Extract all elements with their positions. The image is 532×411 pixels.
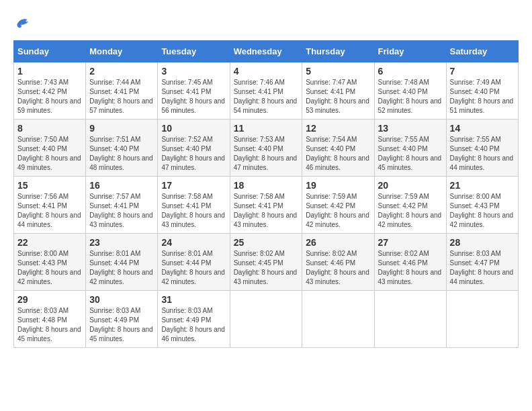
- day-number: 18: [234, 180, 299, 191]
- calendar-cell: 24 Sunrise: 8:01 AM Sunset: 4:44 PM Dayl…: [158, 234, 230, 291]
- calendar-cell: [374, 291, 446, 348]
- day-info: Sunrise: 7:45 AM Sunset: 4:41 PM Dayligh…: [161, 78, 226, 116]
- day-info: Sunrise: 8:00 AM Sunset: 4:43 PM Dayligh…: [450, 192, 515, 230]
- day-number: 20: [378, 180, 443, 191]
- day-number: 1: [17, 66, 82, 77]
- day-info: Sunrise: 7:43 AM Sunset: 4:42 PM Dayligh…: [17, 78, 82, 116]
- calendar-cell: 28 Sunrise: 8:03 AM Sunset: 4:47 PM Dayl…: [446, 234, 518, 291]
- day-number: 17: [161, 180, 226, 191]
- calendar-week-row: 1 Sunrise: 7:43 AM Sunset: 4:42 PM Dayli…: [14, 62, 519, 120]
- day-number: 26: [306, 237, 370, 248]
- calendar-cell: 9 Sunrise: 7:51 AM Sunset: 4:40 PM Dayli…: [86, 120, 158, 177]
- day-info: Sunrise: 8:00 AM Sunset: 4:43 PM Dayligh…: [17, 249, 82, 287]
- calendar-cell: 5 Sunrise: 7:47 AM Sunset: 4:41 PM Dayli…: [302, 62, 374, 120]
- header-thursday: Thursday: [302, 41, 374, 62]
- header-monday: Monday: [86, 41, 158, 62]
- day-number: 27: [378, 237, 443, 248]
- day-number: 8: [17, 123, 82, 134]
- header-tuesday: Tuesday: [158, 41, 230, 62]
- day-number: 12: [306, 123, 370, 134]
- calendar-cell: 18 Sunrise: 7:58 AM Sunset: 4:41 PM Dayl…: [230, 177, 302, 234]
- calendar-table: Sunday Monday Tuesday Wednesday Thursday…: [13, 40, 519, 348]
- calendar-week-row: 22 Sunrise: 8:00 AM Sunset: 4:43 PM Dayl…: [14, 234, 519, 291]
- day-number: 3: [161, 66, 226, 77]
- day-number: 24: [161, 237, 226, 248]
- day-info: Sunrise: 7:55 AM Sunset: 4:40 PM Dayligh…: [378, 135, 443, 173]
- day-number: 31: [161, 294, 226, 305]
- calendar-cell: 1 Sunrise: 7:43 AM Sunset: 4:42 PM Dayli…: [14, 62, 86, 120]
- day-info: Sunrise: 8:01 AM Sunset: 4:44 PM Dayligh…: [89, 249, 154, 287]
- calendar-cell: 25 Sunrise: 8:02 AM Sunset: 4:45 PM Dayl…: [230, 234, 302, 291]
- day-info: Sunrise: 7:51 AM Sunset: 4:40 PM Dayligh…: [89, 135, 154, 173]
- day-number: 14: [450, 123, 515, 134]
- day-number: 19: [306, 180, 370, 191]
- day-info: Sunrise: 7:57 AM Sunset: 4:41 PM Dayligh…: [89, 192, 154, 230]
- calendar-cell: [446, 291, 518, 348]
- day-info: Sunrise: 7:58 AM Sunset: 4:41 PM Dayligh…: [234, 192, 299, 230]
- day-number: 6: [378, 66, 443, 77]
- calendar-cell: 22 Sunrise: 8:00 AM Sunset: 4:43 PM Dayl…: [14, 234, 86, 291]
- day-info: Sunrise: 7:55 AM Sunset: 4:40 PM Dayligh…: [450, 135, 515, 173]
- day-number: 15: [17, 180, 82, 191]
- day-info: Sunrise: 8:03 AM Sunset: 4:47 PM Dayligh…: [450, 249, 515, 287]
- calendar-week-row: 15 Sunrise: 7:56 AM Sunset: 4:41 PM Dayl…: [14, 177, 519, 234]
- day-number: 30: [89, 294, 154, 305]
- day-number: 21: [450, 180, 515, 191]
- day-number: 25: [234, 237, 299, 248]
- calendar-cell: 27 Sunrise: 8:02 AM Sunset: 4:46 PM Dayl…: [374, 234, 446, 291]
- day-info: Sunrise: 8:02 AM Sunset: 4:46 PM Dayligh…: [378, 249, 443, 287]
- day-number: 7: [450, 66, 515, 77]
- day-info: Sunrise: 8:03 AM Sunset: 4:49 PM Dayligh…: [89, 306, 154, 344]
- day-info: Sunrise: 8:01 AM Sunset: 4:44 PM Dayligh…: [161, 249, 226, 287]
- day-info: Sunrise: 7:48 AM Sunset: 4:40 PM Dayligh…: [378, 78, 443, 116]
- day-info: Sunrise: 8:03 AM Sunset: 4:48 PM Dayligh…: [17, 306, 82, 344]
- day-number: 2: [89, 66, 154, 77]
- page-header: [13, 13, 519, 34]
- day-info: Sunrise: 7:49 AM Sunset: 4:40 PM Dayligh…: [450, 78, 515, 116]
- day-info: Sunrise: 7:54 AM Sunset: 4:40 PM Dayligh…: [306, 135, 370, 173]
- weekday-header-row: Sunday Monday Tuesday Wednesday Thursday…: [14, 41, 519, 62]
- header-friday: Friday: [374, 41, 446, 62]
- day-info: Sunrise: 7:46 AM Sunset: 4:41 PM Dayligh…: [234, 78, 299, 116]
- day-info: Sunrise: 7:53 AM Sunset: 4:40 PM Dayligh…: [234, 135, 299, 173]
- day-number: 5: [306, 66, 370, 77]
- calendar-cell: 23 Sunrise: 8:01 AM Sunset: 4:44 PM Dayl…: [86, 234, 158, 291]
- day-number: 22: [17, 237, 82, 248]
- day-info: Sunrise: 7:50 AM Sunset: 4:40 PM Dayligh…: [17, 135, 82, 173]
- header-wednesday: Wednesday: [230, 41, 302, 62]
- calendar-cell: 31 Sunrise: 8:03 AM Sunset: 4:49 PM Dayl…: [158, 291, 230, 348]
- day-info: Sunrise: 7:59 AM Sunset: 4:42 PM Dayligh…: [306, 192, 370, 230]
- calendar-cell: 14 Sunrise: 7:55 AM Sunset: 4:40 PM Dayl…: [446, 120, 518, 177]
- day-number: 4: [234, 66, 299, 77]
- day-number: 28: [450, 237, 515, 248]
- calendar-cell: 20 Sunrise: 7:59 AM Sunset: 4:42 PM Dayl…: [374, 177, 446, 234]
- day-info: Sunrise: 7:52 AM Sunset: 4:40 PM Dayligh…: [161, 135, 226, 173]
- calendar-cell: 16 Sunrise: 7:57 AM Sunset: 4:41 PM Dayl…: [86, 177, 158, 234]
- day-info: Sunrise: 8:02 AM Sunset: 4:46 PM Dayligh…: [306, 249, 370, 287]
- day-info: Sunrise: 7:56 AM Sunset: 4:41 PM Dayligh…: [17, 192, 82, 230]
- calendar-cell: 15 Sunrise: 7:56 AM Sunset: 4:41 PM Dayl…: [14, 177, 86, 234]
- day-number: 23: [89, 237, 154, 248]
- calendar-cell: 8 Sunrise: 7:50 AM Sunset: 4:40 PM Dayli…: [14, 120, 86, 177]
- calendar-cell: 30 Sunrise: 8:03 AM Sunset: 4:49 PM Dayl…: [86, 291, 158, 348]
- calendar-cell: [230, 291, 302, 348]
- calendar-week-row: 29 Sunrise: 8:03 AM Sunset: 4:48 PM Dayl…: [14, 291, 519, 348]
- header-saturday: Saturday: [446, 41, 518, 62]
- day-info: Sunrise: 8:03 AM Sunset: 4:49 PM Dayligh…: [161, 306, 226, 344]
- day-info: Sunrise: 7:44 AM Sunset: 4:41 PM Dayligh…: [89, 78, 154, 116]
- day-info: Sunrise: 7:59 AM Sunset: 4:42 PM Dayligh…: [378, 192, 443, 230]
- day-number: 13: [378, 123, 443, 134]
- day-info: Sunrise: 7:58 AM Sunset: 4:41 PM Dayligh…: [161, 192, 226, 230]
- day-info: Sunrise: 7:47 AM Sunset: 4:41 PM Dayligh…: [306, 78, 370, 116]
- calendar-cell: 21 Sunrise: 8:00 AM Sunset: 4:43 PM Dayl…: [446, 177, 518, 234]
- day-number: 11: [234, 123, 299, 134]
- calendar-cell: 11 Sunrise: 7:53 AM Sunset: 4:40 PM Dayl…: [230, 120, 302, 177]
- day-info: Sunrise: 8:02 AM Sunset: 4:45 PM Dayligh…: [234, 249, 299, 287]
- calendar-cell: 13 Sunrise: 7:55 AM Sunset: 4:40 PM Dayl…: [374, 120, 446, 177]
- calendar-cell: 29 Sunrise: 8:03 AM Sunset: 4:48 PM Dayl…: [14, 291, 86, 348]
- calendar-cell: 6 Sunrise: 7:48 AM Sunset: 4:40 PM Dayli…: [374, 62, 446, 120]
- day-number: 9: [89, 123, 154, 134]
- calendar-cell: 26 Sunrise: 8:02 AM Sunset: 4:46 PM Dayl…: [302, 234, 374, 291]
- calendar-cell: 3 Sunrise: 7:45 AM Sunset: 4:41 PM Dayli…: [158, 62, 230, 120]
- day-number: 16: [89, 180, 154, 191]
